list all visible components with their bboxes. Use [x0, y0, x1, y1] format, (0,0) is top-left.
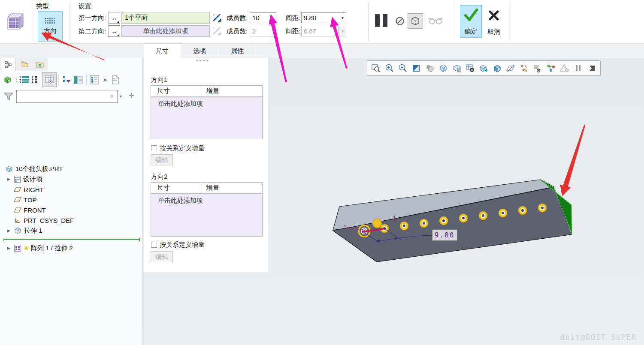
chevron-down-icon[interactable]: ▾: [342, 15, 344, 20]
tree-row-design-items[interactable]: ▶ 设计项: [0, 174, 142, 184]
members1-label: 成员数:: [227, 14, 248, 22]
group-settings-label: 设置: [79, 2, 91, 10]
no-preview-icon[interactable]: [395, 16, 405, 27]
ribbon-separator: [69, 2, 70, 41]
second-direction-label: 第二方向:: [79, 27, 106, 36]
check-icon: [463, 8, 479, 22]
collapse-all-icon[interactable]: [30, 74, 42, 86]
members1-input[interactable]: [250, 12, 276, 23]
members2-input: [250, 26, 276, 36]
expand-arrow-icon[interactable]: ▶: [6, 177, 12, 181]
first-direction-flip-handle[interactable]: ↔: [109, 12, 120, 24]
group-type-label: 类型: [36, 2, 49, 10]
overflow-icon[interactable]: »: [100, 75, 109, 84]
tree-row-pattern1[interactable]: ▶ 阵列 1 / 拉伸 2: [0, 243, 142, 253]
spacing2-dropdown-button: ▾: [339, 26, 346, 36]
watermark: doit@DOIT SUPER: [560, 333, 636, 342]
ok-label: 确定: [465, 27, 478, 36]
add-filter-icon[interactable]: +: [129, 90, 134, 101]
insert-indicator-line[interactable]: [3, 238, 140, 241]
flip-direction-disabled-icon: [211, 25, 222, 38]
tree-item-label: 10个批头板.PRT: [15, 165, 63, 173]
tree-row-part[interactable]: 10个批头板.PRT: [0, 164, 142, 174]
ribbon-separator: [31, 2, 31, 41]
relation-checkbox-1[interactable]: [151, 145, 157, 151]
dashboard-tab-band: 尺寸 选项 属性: [0, 43, 644, 58]
tree-toolbar: ⋮ »: [2, 72, 121, 87]
tree-settings-icon[interactable]: [2, 74, 14, 86]
tree-column-display-icon[interactable]: [73, 74, 85, 86]
direction1-table[interactable]: 尺寸 增量 单击此处添加项: [151, 85, 263, 139]
more-dots-icon: ⋮: [14, 77, 18, 83]
tree-row-top-plane[interactable]: TOP: [0, 195, 142, 205]
flip-direction-icon[interactable]: [211, 12, 222, 24]
direction-type-button[interactable]: 方向: [38, 11, 63, 42]
relation-checkbox-2[interactable]: [151, 242, 157, 248]
tab-folder-browser[interactable]: [16, 58, 32, 71]
spacing2-value: 6.67: [304, 27, 316, 35]
clear-icon[interactable]: ×: [107, 92, 117, 101]
tab-label: 属性: [231, 47, 244, 55]
tree-item-label: FRONT: [24, 207, 46, 214]
arrows-icon: ↔: [112, 15, 118, 21]
tree-columns-toggle[interactable]: [42, 72, 57, 87]
tree-row-right-plane[interactable]: RIGHT: [0, 184, 142, 195]
expand-arrow-icon[interactable]: ▶: [6, 228, 12, 233]
datum-plane-icon: [14, 196, 21, 203]
ok-button[interactable]: 确定: [460, 5, 482, 38]
dimension-label[interactable]: 9.80: [432, 230, 457, 240]
pattern-drag-handle[interactable]: [373, 219, 381, 228]
modified-star-icon: [24, 246, 29, 251]
direction1-section-label: 方向1: [151, 76, 167, 84]
folder-settings-icon: [36, 60, 44, 68]
second-direction-flip-handle[interactable]: ↔: [109, 25, 120, 37]
ribbon-separator: [454, 2, 454, 41]
tree-row-front-plane[interactable]: FRONT: [0, 205, 142, 215]
search-dropdown-icon[interactable]: ▾: [120, 94, 122, 99]
tab-dimensions[interactable]: 尺寸: [144, 44, 181, 58]
design-items-icon: [14, 175, 21, 183]
tab-properties[interactable]: 属性: [219, 44, 256, 58]
tree-row-csys[interactable]: PRT_CSYS_DEF: [0, 215, 142, 225]
pattern-icon: [14, 244, 21, 252]
relation-checkbox-label: 按关系定义增量: [160, 241, 205, 249]
add-item-row[interactable]: 单击此处添加项: [151, 194, 262, 205]
members2-label: 成员数:: [227, 27, 248, 36]
first-direction-collector[interactable]: 1个平面: [121, 12, 210, 24]
tab-label: 尺寸: [156, 47, 169, 55]
model-tree-icon: [4, 61, 12, 69]
cancel-label: 取消: [487, 28, 500, 36]
tree-document-icon[interactable]: [109, 74, 121, 86]
tab-favorites[interactable]: [32, 58, 48, 71]
datum-plane-icon: [14, 186, 21, 193]
direction-button-label: 方向: [44, 27, 57, 35]
model-tree-panel: ⋮ » × ▾ +: [0, 58, 142, 345]
geometry-preview-toggle[interactable]: [408, 13, 423, 29]
relation-checkbox-label: 按关系定义增量: [160, 144, 205, 153]
tree-item-display-icon[interactable]: [88, 74, 100, 86]
tree-filter-icon[interactable]: [60, 74, 73, 86]
tree-row-extrude1[interactable]: ▶ 拉伸 1: [0, 225, 142, 236]
tab-options[interactable]: 选项: [181, 44, 219, 58]
column-increment: 增量: [202, 183, 258, 193]
second-direction-placeholder: 单击此处添加项: [143, 27, 188, 35]
pattern-dashboard-panel: 方向1 尺寸 增量 单击此处添加项 按关系定义增量 编辑 方向2 尺寸 增量 单…: [144, 58, 268, 273]
spacing1-combo[interactable]: 9.80 ▾: [301, 12, 346, 23]
tree-search-input[interactable]: [17, 91, 107, 102]
tab-model-tree[interactable]: [0, 58, 16, 71]
expand-all-icon[interactable]: [18, 74, 30, 86]
expand-arrow-icon[interactable]: ▶: [6, 246, 12, 250]
add-item-row[interactable]: 单击此处添加项: [151, 97, 262, 108]
spacing1-label: 间距:: [286, 14, 300, 22]
direction2-table[interactable]: 尺寸 增量 单击此处添加项: [151, 182, 263, 237]
direction2-section-label: 方向2: [151, 173, 167, 181]
second-direction-collector[interactable]: 单击此处添加项: [121, 25, 210, 37]
ribbon-separator: [511, 2, 511, 41]
tree-search-box[interactable]: ×: [16, 90, 118, 103]
pause-feature-icon[interactable]: [375, 14, 387, 27]
tree-item-label: 拉伸 1: [24, 227, 42, 235]
cancel-button[interactable]: 取消: [484, 5, 504, 38]
arrows-icon: ↔: [112, 28, 118, 35]
panel-drag-handle[interactable]: [196, 60, 208, 61]
column-dimension: 尺寸: [151, 183, 202, 193]
